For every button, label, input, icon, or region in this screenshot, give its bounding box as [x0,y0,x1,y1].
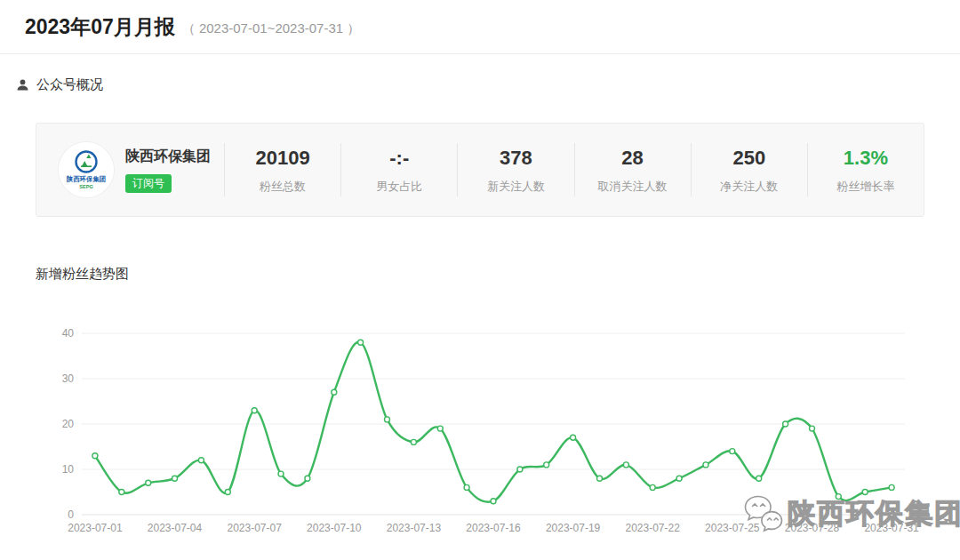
stat-label: 粉丝总数 [225,179,340,195]
new-followers-trend-chart: 0102030402023-07-012023-07-042023-07-072… [0,302,960,551]
stat-value: 250 [692,147,807,170]
svg-text:2023-07-01: 2023-07-01 [68,522,123,534]
svg-text:2023-07-07: 2023-07-07 [228,522,283,534]
account-info: 陕西环保集团 SEPG 陕西环保集团 订阅号 [36,142,224,197]
svg-text:20: 20 [62,418,75,430]
svg-text:30: 30 [62,372,75,385]
account-overview-card: 陕西环保集团 SEPG 陕西环保集团 订阅号 20109 粉丝总数 -:- 男女… [36,123,924,217]
stat-gender-ratio: -:- 男女占比 [340,143,457,196]
account-type-badge: 订阅号 [125,174,172,193]
svg-text:2023-07-04: 2023-07-04 [148,522,203,534]
svg-text:10: 10 [62,463,75,476]
trend-chart-svg: 0102030402023-07-012023-07-042023-07-072… [0,302,960,551]
stat-growth-rate: 1.3% 粉丝增长率 [807,143,924,196]
svg-text:2023-07-28: 2023-07-28 [785,522,840,534]
logo-text: 陕西环保集团 [67,175,106,183]
user-icon [16,78,29,92]
stat-label: 粉丝增长率 [808,179,924,195]
stat-label: 新关注人数 [458,179,573,195]
stat-unfollows: 28 取消关注人数 [574,143,691,196]
account-logo: 陕西环保集团 SEPG [59,142,114,197]
stat-value: 28 [575,147,691,170]
svg-text:40: 40 [62,327,75,340]
overview-section-header: 公众号概况 [16,76,103,93]
svg-text:2023-07-25: 2023-07-25 [705,522,760,534]
logo-abbr: SEPG [79,184,93,189]
stat-value: 1.3% [808,147,924,170]
stat-net-follows: 250 净关注人数 [691,143,807,196]
svg-text:2023-07-22: 2023-07-22 [626,522,681,534]
svg-text:2023-07-31: 2023-07-31 [864,522,919,534]
svg-text:2023-07-19: 2023-07-19 [546,522,601,534]
stat-label: 男女占比 [341,179,457,195]
stats-row: 20109 粉丝总数 -:- 男女占比 378 新关注人数 28 取消关注人数 … [224,143,924,196]
stat-total-fans: 20109 粉丝总数 [224,143,340,196]
stat-value: 378 [458,147,573,170]
svg-text:0: 0 [68,508,74,521]
account-name: 陕西环保集团 [125,148,211,166]
svg-text:2023-07-10: 2023-07-10 [307,522,362,534]
section-title: 公众号概况 [36,76,103,93]
svg-text:2023-07-13: 2023-07-13 [387,522,442,534]
svg-text:2023-07-16: 2023-07-16 [466,522,521,534]
stat-new-follows: 378 新关注人数 [457,143,573,196]
stat-value: -:- [341,147,457,170]
account-meta: 陕西环保集团 订阅号 [125,148,211,193]
trend-chart-title: 新增粉丝趋势图 [36,266,129,283]
stat-label: 取消关注人数 [575,179,691,195]
stat-label: 净关注人数 [692,179,807,195]
stat-value: 20109 [225,147,340,170]
report-header: 2023年07月月报 （ 2023-07-01~2023-07-31 ） [0,0,960,54]
page-title: 2023年07月月报 [25,13,175,41]
report-date-range: （ 2023-07-01~2023-07-31 ） [182,17,361,37]
